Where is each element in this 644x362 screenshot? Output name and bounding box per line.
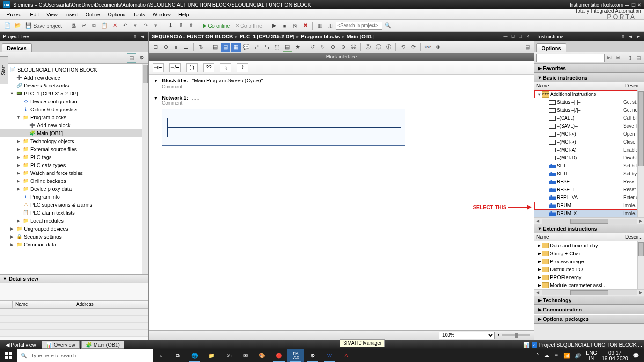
language-indicator[interactable]: ENGIN <box>586 350 597 361</box>
paint-button[interactable]: 🎨 <box>254 349 271 362</box>
menu-window[interactable]: Window <box>149 11 175 18</box>
tree-node[interactable]: ▶📁Ungrouped devices <box>0 224 148 232</box>
close-button[interactable]: ✕ <box>637 2 641 7</box>
breadcrumb-item[interactable]: Main [OB1] <box>346 34 373 39</box>
find-button[interactable]: 🔍 <box>383 21 393 30</box>
communication-header[interactable]: ▶Communication <box>534 305 644 314</box>
instruction-item[interactable]: SETSet bit ... <box>534 162 644 170</box>
tree-node[interactable]: ℹProgram info <box>0 193 148 201</box>
ed-btn-8[interactable]: ▦ <box>231 43 241 52</box>
ext-scroll-v[interactable] <box>637 241 644 289</box>
instr-next-button[interactable]: ▶ <box>635 33 641 40</box>
favorites-header[interactable]: ▶Favorites <box>534 64 644 73</box>
ed-btn-2[interactable]: ⊕ <box>161 43 170 52</box>
tree-scrollbar[interactable] <box>142 64 148 274</box>
tree-node[interactable]: ▼📁Program blocks <box>0 113 148 121</box>
tree-node[interactable]: 🧩Main [OB1] <box>0 129 148 137</box>
ed-btn-20[interactable]: Ⓒ <box>363 43 373 52</box>
instruction-item[interactable]: ▼ETCAdditional instructions <box>534 90 644 98</box>
tray-up-icon[interactable]: ˄ <box>536 353 539 359</box>
ed-btn-7[interactable]: ▤ <box>221 43 230 52</box>
menu-online[interactable]: Online <box>81 11 104 18</box>
ext-col-name[interactable]: Name <box>534 233 623 241</box>
tree-node[interactable]: ⚠PLC supervisions & alarms <box>0 201 148 209</box>
details-view-header[interactable]: ▼Details view <box>0 274 148 283</box>
breadcrumb-item[interactable]: SEQUENCIAL FUNCTION BLOCK <box>152 34 233 39</box>
tree-node[interactable]: ▶📁External source files <box>0 145 148 153</box>
undo-drop-button[interactable]: ▾ <box>131 21 140 30</box>
instruction-item[interactable]: REPL_VALEnter s... <box>534 194 644 202</box>
menu-help[interactable]: Help <box>175 11 193 18</box>
instr-col-desc[interactable]: Descri... <box>623 82 644 90</box>
ed-btn-18[interactable]: ⊙ <box>338 43 348 52</box>
maximize-button[interactable]: ☐ <box>631 2 636 7</box>
editor-close-button[interactable]: ✕ <box>525 33 531 40</box>
ed-btn-11[interactable]: ⇆ <box>262 43 271 52</box>
zoom-slider[interactable] <box>502 334 530 336</box>
volume-icon[interactable]: 🔊 <box>575 353 581 359</box>
ed-btn-5[interactable]: ⇅ <box>196 43 205 52</box>
ed-btn-21[interactable]: Ⓛ <box>373 43 383 52</box>
project-tree[interactable]: ▼📄SEQUENCIAL FUNCTION BLOCK➕Add new devi… <box>0 64 148 250</box>
ed-btn-24[interactable]: ⟳ <box>409 43 418 52</box>
tree-node[interactable]: ▶🔒Security settings <box>0 232 148 240</box>
ext-folder[interactable]: ▶Process image <box>534 257 644 265</box>
block-comment[interactable]: Comment <box>162 84 529 89</box>
breadcrumb-item[interactable]: PLC_1 [CPU 315-2 DP] <box>240 34 294 39</box>
ed-btn-13[interactable]: ▤ <box>283 43 292 52</box>
block-title-value[interactable]: "Main Program Sweep (Cycle)" <box>192 78 263 83</box>
menu-edit[interactable]: Edit <box>26 11 43 18</box>
ed-btn-16[interactable]: ↻ <box>318 43 327 52</box>
contact-no-button[interactable]: ⊣⊢ <box>153 63 164 72</box>
simatic-button[interactable]: ⚙ <box>304 349 321 362</box>
copy-button[interactable]: ⧉ <box>89 21 99 30</box>
technology-header[interactable]: ▶Technology <box>534 296 644 305</box>
network-rung[interactable] <box>162 109 405 146</box>
tree-node[interactable]: ℹOnline & diagnostics <box>0 105 148 113</box>
ed-btn-25[interactable]: 👓 <box>423 43 432 52</box>
ext-col-desc[interactable]: Descri... <box>623 233 644 241</box>
instruction-search-input[interactable] <box>536 54 605 62</box>
ed-btn-6[interactable]: ▤ <box>211 43 220 52</box>
overview-tab[interactable]: 📊 Overview <box>42 341 80 349</box>
instruction-item[interactable]: –(SAVE)–Save R... <box>534 122 644 130</box>
main-ob1-tab[interactable]: 🧩 Main (OB1) <box>81 341 124 349</box>
ext-folder[interactable]: ▶Date and time-of-day <box>534 241 644 249</box>
stop-cpu-button[interactable]: ■ <box>280 21 289 30</box>
instruction-item[interactable]: Status –| |–Get st... <box>534 98 644 106</box>
chrome-button[interactable]: 🔴 <box>271 349 287 362</box>
cortana-button[interactable]: ○ <box>153 349 169 362</box>
ed-btn-15[interactable]: ↺ <box>307 43 317 52</box>
editor-min-button[interactable]: — <box>502 33 509 40</box>
contact-nc-button[interactable]: ⊣/⊢ <box>169 63 181 72</box>
save-project-button[interactable]: 💾Save project <box>23 21 64 30</box>
onedrive-icon[interactable]: ☁ <box>544 353 549 359</box>
ed-btn-10[interactable]: ⇄ <box>252 43 261 52</box>
instruction-item[interactable]: RESETIReset ... <box>534 186 644 194</box>
basic-instructions-header[interactable]: ▼Basic instructions <box>534 73 644 82</box>
collapse-panel-button[interactable]: ▯ <box>132 33 138 40</box>
cross-ref-button[interactable]: ✖ <box>300 21 310 30</box>
tree-node[interactable]: 📋PLC alarm text lists <box>0 209 148 217</box>
breadcrumb-item[interactable]: Program blocks <box>301 34 340 39</box>
ed-btn-layout[interactable]: ▤ <box>523 43 532 52</box>
menu-insert[interactable]: Insert <box>61 11 82 18</box>
instruction-item[interactable]: –(MCRD)Disabl... <box>534 154 644 162</box>
find-prev-button[interactable]: ini <box>614 53 622 63</box>
layout-button[interactable]: ▯▯ <box>325 21 335 30</box>
instruction-item[interactable]: DRUM_XImple... <box>534 210 644 217</box>
editor-max-button[interactable]: ☐ <box>510 33 516 40</box>
menu-tools[interactable]: Tools <box>129 11 149 18</box>
tree-node[interactable]: ▶📁Online backups <box>0 177 148 185</box>
ext-folder[interactable]: ▶Distributed I/O <box>534 265 644 273</box>
tree-node[interactable]: ➕Add new device <box>0 73 148 81</box>
ext-folder[interactable]: ▶Module parameter assi... <box>534 281 644 289</box>
word-button[interactable]: W <box>321 349 338 362</box>
minimize-button[interactable]: — <box>625 2 629 7</box>
project-search-input[interactable] <box>336 22 382 30</box>
instruction-item[interactable]: –(CALL)Call bl... <box>534 114 644 122</box>
menu-project[interactable]: Project <box>3 11 26 18</box>
ed-btn-12[interactable]: ⬚ <box>272 43 282 52</box>
instr-col-name[interactable]: Name <box>534 82 623 90</box>
tree-config-button[interactable]: ⚙ <box>137 53 146 63</box>
